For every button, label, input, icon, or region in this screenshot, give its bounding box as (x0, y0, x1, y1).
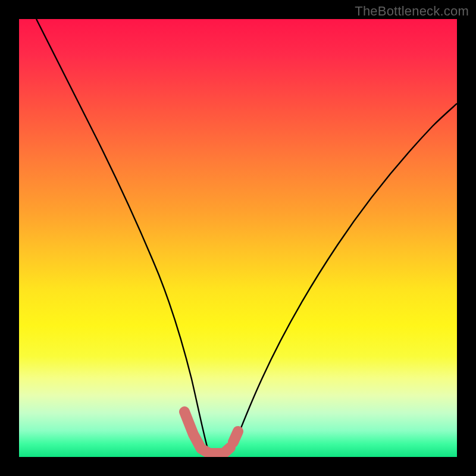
minimum-pill-marker (184, 412, 238, 453)
curve-layer (19, 19, 457, 457)
watermark-text: TheBottleneck.com (355, 4, 469, 19)
plot-area (19, 19, 457, 457)
chart-frame: TheBottleneck.com (0, 0, 476, 476)
bottleneck-curve (36, 19, 457, 456)
